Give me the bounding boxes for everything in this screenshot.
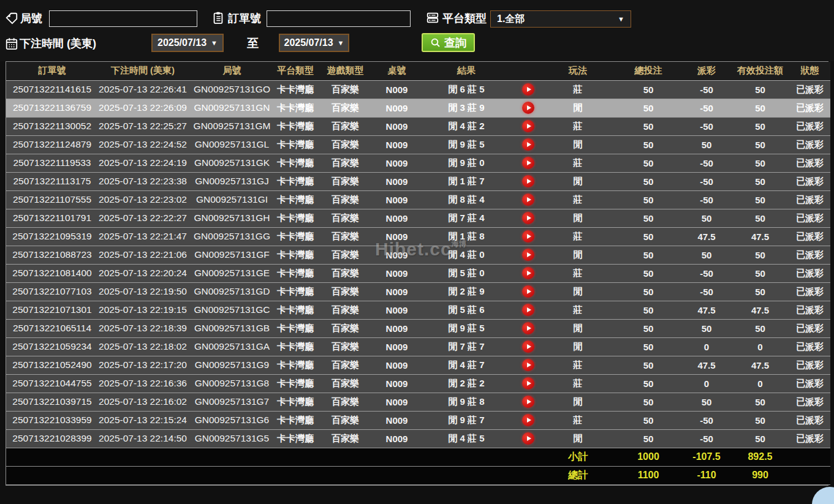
total-label: 總計 <box>541 466 615 484</box>
cell-result: 閒 3 莊 9 <box>417 99 515 117</box>
grand-total-row: 總計1100-110990 <box>6 466 830 484</box>
play-video-button[interactable] <box>522 304 534 316</box>
play-video-button[interactable] <box>522 267 534 279</box>
cell-play <box>515 80 541 99</box>
cell-valid-bet: 47.5 <box>731 356 789 374</box>
cell-status: 已派彩 <box>789 356 830 374</box>
cell-order-no: 250713221028399 <box>6 429 98 448</box>
table-row[interactable]: 2507132210283992025-07-13 22:14:50GN0092… <box>6 429 830 448</box>
cell-game-type: 百家樂 <box>314 337 376 356</box>
cell-table-no: N009 <box>376 429 417 448</box>
play-video-button[interactable] <box>522 414 534 426</box>
floating-corner-widget[interactable] <box>812 487 834 504</box>
play-video-button[interactable] <box>522 138 534 151</box>
cell-payout: 47.5 <box>682 356 731 374</box>
order-no-input[interactable] <box>267 10 411 27</box>
cell-result: 閒 1 莊 8 <box>417 227 515 246</box>
table-row[interactable]: 2507132211300522025-07-13 22:25:27GN0092… <box>6 117 830 135</box>
cell-status: 已派彩 <box>789 135 830 154</box>
to-label: 至 <box>247 36 259 51</box>
play-icon <box>527 252 531 257</box>
platform-type-label: 平台類型 <box>442 11 487 26</box>
table-row[interactable]: 2507132210887232025-07-13 22:21:06GN0092… <box>6 246 830 264</box>
table-row[interactable]: 2507132211367592025-07-13 22:26:09GN0092… <box>6 99 830 117</box>
play-video-button[interactable] <box>522 377 534 389</box>
cell-table-no: N009 <box>376 117 417 135</box>
play-video-button[interactable] <box>522 396 534 408</box>
play-video-button[interactable] <box>522 120 534 132</box>
table-row[interactable]: 2507132210397152025-07-13 22:16:02GN0092… <box>6 393 830 411</box>
cell-result: 閒 9 莊 7 <box>417 411 515 429</box>
cell-game-type: 百家樂 <box>314 264 376 282</box>
total-empty-cell <box>417 466 515 484</box>
table-row[interactable]: 2507132210953192025-07-13 22:21:47GN0092… <box>6 227 830 246</box>
date-to-select[interactable]: 2025/07/13 ▼ <box>279 34 349 52</box>
table-row[interactable]: 2507132211131752025-07-13 22:23:38GN0092… <box>6 172 830 190</box>
date-from-select[interactable]: 2025/07/13 ▼ <box>151 34 224 52</box>
cell-bet-time: 2025-07-13 22:22:27 <box>98 209 188 227</box>
cell-status: 已派彩 <box>789 337 830 356</box>
cell-game-no: GN009257131G6 <box>188 411 276 429</box>
cell-play-type: 閒 <box>541 282 615 301</box>
cell-bet-time: 2025-07-13 22:21:47 <box>98 227 188 246</box>
cell-platform: 卡卡灣廳 <box>276 393 314 411</box>
cell-play <box>515 172 541 190</box>
play-video-button[interactable] <box>522 194 534 206</box>
cell-valid-bet: 47.5 <box>731 227 789 246</box>
cell-status: 已派彩 <box>789 99 830 117</box>
play-video-button[interactable] <box>522 340 534 353</box>
table-row[interactable]: 2507132211416152025-07-13 22:26:41GN0092… <box>6 80 830 99</box>
table-row[interactable]: 2507132210814002025-07-13 22:20:24GN0092… <box>6 264 830 282</box>
cell-table-no: N009 <box>376 319 417 337</box>
play-icon <box>527 160 531 165</box>
cell-game-no: GN009257131G5 <box>188 429 276 448</box>
cell-play-type: 閒 <box>541 99 615 117</box>
cell-table-no: N009 <box>376 337 417 356</box>
cell-order-no: 250713221039715 <box>6 393 98 411</box>
play-video-button[interactable] <box>522 322 534 334</box>
cell-platform: 卡卡灣廳 <box>276 154 314 172</box>
table-row[interactable]: 2507132210447552025-07-13 22:16:36GN0092… <box>6 374 830 393</box>
total-bet-sum: 1100 <box>615 466 682 484</box>
play-video-button[interactable] <box>522 285 534 298</box>
play-video-button[interactable] <box>522 432 534 445</box>
cell-payout: 50 <box>682 319 731 337</box>
cell-platform: 卡卡灣廳 <box>276 337 314 356</box>
cell-game-no: GN009257131GJ <box>188 172 276 190</box>
play-video-button[interactable] <box>522 212 534 224</box>
play-video-button[interactable] <box>522 157 534 169</box>
cell-table-no: N009 <box>376 80 417 99</box>
play-video-button[interactable] <box>522 359 534 371</box>
table-row[interactable]: 2507132210339592025-07-13 22:15:24GN0092… <box>6 411 830 429</box>
cell-valid-bet: 50 <box>731 80 789 99</box>
table-row[interactable]: 2507132210713012025-07-13 22:19:15GN0092… <box>6 301 830 319</box>
platform-type-select[interactable]: 1.全部 ▼ <box>490 10 631 28</box>
play-video-button[interactable] <box>522 102 534 114</box>
play-icon <box>527 216 531 220</box>
cell-total-bet: 50 <box>615 301 682 319</box>
cell-status: 已派彩 <box>789 80 830 99</box>
cell-order-no: 250713221130052 <box>6 117 98 135</box>
table-row[interactable]: 2507132210592342025-07-13 22:18:02GN0092… <box>6 337 830 356</box>
cell-game-type: 百家樂 <box>314 356 376 374</box>
cell-table-no: N009 <box>376 301 417 319</box>
cell-game-type: 百家樂 <box>314 190 376 209</box>
cell-valid-bet: 50 <box>731 190 789 209</box>
table-row[interactable]: 2507132211075552025-07-13 22:23:02GN0092… <box>6 190 830 209</box>
cell-game-type: 百家樂 <box>314 135 376 154</box>
game-no-input[interactable] <box>49 10 197 27</box>
cell-result: 閒 9 莊 5 <box>417 319 515 337</box>
table-row[interactable]: 2507132211248792025-07-13 22:24:52GN0092… <box>6 135 830 154</box>
table-row[interactable]: 2507132211195332025-07-13 22:24:19GN0092… <box>6 154 830 172</box>
table-row[interactable]: 2507132210524902025-07-13 22:17:20GN0092… <box>6 356 830 374</box>
table-row[interactable]: 2507132210651142025-07-13 22:18:39GN0092… <box>6 319 830 337</box>
total-label: 小計 <box>541 448 615 466</box>
table-row[interactable]: 2507132210771032025-07-13 22:19:50GN0092… <box>6 282 830 301</box>
play-video-button[interactable] <box>522 230 534 243</box>
play-icon <box>527 307 531 312</box>
play-video-button[interactable] <box>522 175 534 187</box>
table-row[interactable]: 2507132211017912025-07-13 22:22:27GN0092… <box>6 209 830 227</box>
query-button[interactable]: 查詢 <box>422 33 475 52</box>
play-video-button[interactable] <box>522 249 534 261</box>
play-video-button[interactable] <box>522 83 534 96</box>
